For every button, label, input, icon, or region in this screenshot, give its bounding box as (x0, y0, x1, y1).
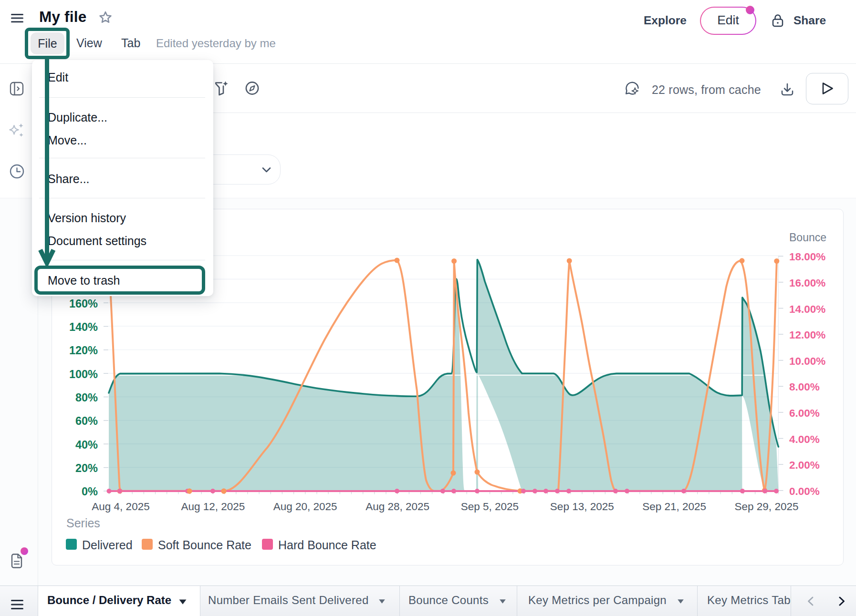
svg-text:16.00%: 16.00% (789, 277, 825, 289)
svg-text:Bounce: Bounce (789, 231, 826, 244)
svg-text:Sep 29, 2025: Sep 29, 2025 (735, 501, 799, 513)
svg-text:6.00%: 6.00% (789, 407, 820, 419)
svg-text:20%: 20% (75, 462, 98, 474)
svg-text:Aug 20, 2025: Aug 20, 2025 (273, 501, 337, 513)
svg-text:Soft Bounce Rate: Soft Bounce Rate (158, 538, 251, 552)
svg-text:160%: 160% (69, 298, 98, 310)
svg-text:2.00%: 2.00% (789, 459, 820, 471)
svg-text:Aug 12, 2025: Aug 12, 2025 (181, 501, 245, 513)
svg-text:Series: Series (66, 516, 100, 530)
svg-text:Delivered: Delivered (82, 538, 133, 552)
svg-text:18.00%: 18.00% (789, 251, 825, 263)
svg-text:14.00%: 14.00% (789, 303, 825, 315)
svg-text:Aug 28, 2025: Aug 28, 2025 (365, 501, 429, 513)
svg-text:40%: 40% (75, 439, 98, 451)
svg-text:0.00%: 0.00% (789, 485, 820, 497)
svg-text:Hard Bounce Rate: Hard Bounce Rate (278, 538, 376, 552)
svg-text:8.00%: 8.00% (789, 381, 820, 393)
svg-text:4.00%: 4.00% (789, 433, 820, 445)
svg-text:12.00%: 12.00% (789, 329, 825, 341)
svg-text:120%: 120% (69, 344, 98, 357)
svg-text:Sep 13, 2025: Sep 13, 2025 (550, 501, 614, 513)
svg-text:60%: 60% (75, 415, 98, 427)
svg-text:140%: 140% (69, 321, 98, 333)
svg-text:0%: 0% (82, 485, 98, 498)
svg-text:10.00%: 10.00% (789, 355, 825, 367)
svg-text:100%: 100% (69, 368, 98, 380)
svg-text:80%: 80% (75, 391, 98, 404)
svg-text:Sep 21, 2025: Sep 21, 2025 (642, 501, 706, 513)
svg-text:Aug 4, 2025: Aug 4, 2025 (92, 501, 149, 513)
svg-text:Sep 5, 2025: Sep 5, 2025 (461, 501, 519, 513)
